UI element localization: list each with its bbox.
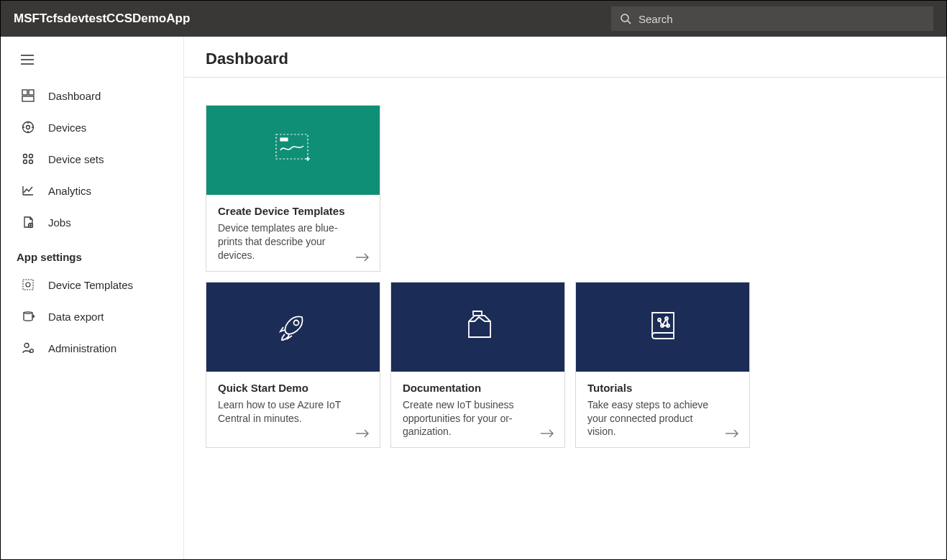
- menu-toggle-button[interactable]: [1, 44, 183, 75]
- search-input[interactable]: [639, 13, 925, 25]
- arrow-right-icon: [540, 428, 554, 439]
- sidebar-item-label: Devices: [48, 121, 86, 134]
- device-templates-icon: [21, 278, 35, 291]
- device-sets-icon: [21, 152, 35, 165]
- card-tutorials[interactable]: Tutorials Take easy steps to achieve you…: [575, 282, 750, 449]
- sidebar-item-devices[interactable]: Devices: [1, 111, 183, 143]
- analytics-icon: [21, 184, 35, 197]
- svg-point-11: [29, 155, 33, 158]
- card-hero: [576, 283, 749, 372]
- svg-point-16: [26, 283, 30, 287]
- jobs-icon: [21, 216, 35, 229]
- app-title: MSFTcfsdevtestCCSDemoApp: [14, 12, 190, 26]
- topbar: MSFTcfsdevtestCCSDemoApp: [1, 1, 946, 37]
- sidebar-item-device-sets[interactable]: Device sets: [1, 143, 183, 175]
- arrow-right-icon: [355, 252, 370, 262]
- card-title: Tutorials: [587, 382, 738, 394]
- sidebar-item-label: Administration: [48, 342, 116, 354]
- card-hero: [206, 283, 380, 372]
- sidebar: Dashboard Devices Device sets: [1, 37, 184, 559]
- page-title: Dashboard: [184, 37, 946, 78]
- svg-rect-15: [23, 280, 33, 290]
- svg-rect-20: [280, 138, 288, 141]
- dashboard-icon: [21, 89, 35, 102]
- sidebar-item-label: Dashboard: [48, 90, 101, 102]
- arrow-right-icon: [725, 428, 739, 439]
- card-title: Create Device Templates: [218, 205, 368, 217]
- sidebar-item-label: Device sets: [48, 153, 104, 165]
- card-create-device-templates[interactable]: Create Device Templates Device templates…: [206, 105, 380, 272]
- svg-point-18: [30, 349, 34, 353]
- card-description: Device templates are blue­prints that de…: [218, 221, 368, 262]
- arrow-right-icon: [355, 428, 370, 439]
- card-description: Learn how to use Azure IoT Central in mi…: [218, 398, 368, 426]
- svg-point-22: [293, 320, 298, 325]
- sidebar-item-jobs[interactable]: Jobs: [1, 206, 183, 238]
- svg-point-12: [24, 160, 27, 164]
- card-title: Documentation: [403, 382, 553, 394]
- sidebar-section-label: App settings: [1, 238, 183, 269]
- search-box[interactable]: [611, 6, 933, 31]
- card-hero: [391, 283, 564, 372]
- svg-point-10: [24, 155, 27, 158]
- svg-rect-6: [29, 90, 34, 95]
- rocket-icon: [275, 307, 312, 347]
- card-description: Create new IoT business opportunities fo…: [403, 398, 553, 439]
- card-hero: [206, 106, 380, 195]
- main-content: Dashboard: [184, 37, 946, 559]
- sidebar-item-device-templates[interactable]: Device Templates: [1, 269, 183, 300]
- card-description: Take easy steps to achieve your connecte…: [587, 398, 738, 439]
- svg-line-1: [628, 21, 631, 24]
- card-documentation[interactable]: Documentation Create new IoT business op…: [390, 282, 565, 449]
- svg-rect-5: [22, 90, 27, 95]
- docs-icon: [460, 308, 496, 346]
- sidebar-item-label: Analytics: [48, 185, 91, 197]
- sidebar-item-data-export[interactable]: Data export: [1, 300, 183, 332]
- svg-rect-7: [22, 96, 34, 101]
- card-title: Quick Start Demo: [218, 382, 368, 394]
- sidebar-item-analytics[interactable]: Analytics: [1, 175, 183, 206]
- svg-point-9: [27, 126, 30, 129]
- svg-point-13: [29, 160, 33, 164]
- sidebar-item-administration[interactable]: Administration: [1, 332, 183, 364]
- sidebar-item-dashboard[interactable]: Dashboard: [1, 80, 183, 111]
- administration-icon: [21, 341, 35, 354]
- card-quick-start-demo[interactable]: Quick Start Demo Learn how to use Azure …: [206, 282, 380, 449]
- data-export-icon: [21, 310, 35, 323]
- template-icon: [270, 129, 316, 172]
- sidebar-item-label: Jobs: [48, 216, 71, 229]
- svg-point-17: [24, 344, 29, 348]
- sidebar-item-label: Data export: [48, 311, 104, 323]
- tutorials-icon: [646, 308, 680, 346]
- sidebar-item-label: Device Templates: [48, 279, 133, 291]
- search-icon: [620, 13, 631, 24]
- svg-point-0: [621, 14, 628, 22]
- devices-icon: [21, 121, 35, 134]
